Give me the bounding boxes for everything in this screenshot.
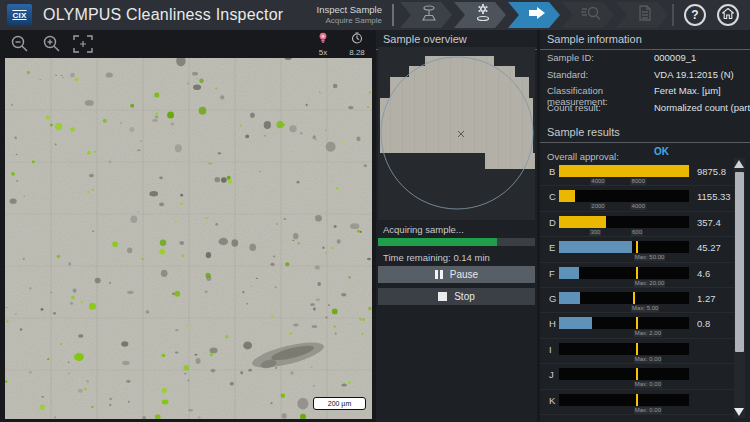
step-acquire-sample-active[interactable] <box>508 2 560 28</box>
limit-marker-label: Max: 0.00 <box>634 381 662 388</box>
workflow-caption: Inspect Sample Acquire Sample <box>317 5 382 25</box>
class-label: D <box>549 217 556 228</box>
home-icon <box>722 8 734 22</box>
exposure-clock-icon <box>351 30 363 47</box>
info-value: VDA 19.1:2015 (N) <box>654 69 734 80</box>
search-icon <box>580 4 602 26</box>
report-icon <box>637 4 653 26</box>
zoom-out-button[interactable] <box>6 32 32 56</box>
workflow-substep-name: Acquire Sample <box>317 16 382 25</box>
scrollbar-thumb[interactable] <box>735 172 744 352</box>
class-label: J <box>549 369 554 380</box>
information-row: Standard: VDA 19.1:2015 (N) <box>547 69 743 80</box>
class-bar-fill <box>559 190 575 202</box>
stop-button[interactable]: Stop <box>378 288 535 305</box>
class-bar-fill <box>559 317 592 329</box>
result-class-row: E 45.27 Max: 50.00 <box>540 237 736 262</box>
class-bar <box>559 241 689 253</box>
limit-marker <box>636 394 638 406</box>
gear-icon <box>473 3 493 27</box>
time-remaining: Time remaining: 0.14 min <box>383 252 490 263</box>
result-class-row: G 1.27 Max: 5.00 <box>540 288 736 313</box>
app-title: OLYMPUS Cleanliness Inspector <box>43 6 283 24</box>
limit-marker-label: Max: 5.00 <box>631 305 659 312</box>
class-value: 1155.33 <box>697 191 731 202</box>
step-acquisition-settings[interactable] <box>454 2 506 28</box>
info-label: Count result: <box>547 102 647 113</box>
limit-marker-label: Max: 20.00 <box>634 280 666 287</box>
workflow-step-name: Inspect Sample <box>317 5 382 16</box>
class-label: G <box>549 293 556 304</box>
info-value: 000009_1 <box>654 52 696 63</box>
axis-tick-label: 300 <box>589 229 601 236</box>
sample-overview-map[interactable] <box>378 47 535 220</box>
approval-status-badge: OK <box>654 146 669 157</box>
axis-tick-label: 2000 <box>590 203 605 210</box>
fit-to-screen-button[interactable] <box>70 32 96 56</box>
class-results-list: B 9875.8 40008000 C 1155.33 20004000 D 3… <box>540 161 736 422</box>
stop-icon <box>438 292 447 301</box>
live-image-viewer[interactable]: 200 µm <box>5 58 372 419</box>
limit-marker-label: Max: 2.00 <box>634 330 662 337</box>
info-label: Sample ID: <box>547 52 647 63</box>
class-label: E <box>549 242 555 253</box>
acquisition-status: Acquiring sample... <box>383 224 464 235</box>
home-button[interactable] <box>717 4 739 26</box>
class-bar-fill <box>559 267 579 279</box>
class-bar <box>559 267 689 279</box>
result-class-row: H 0.8 Max: 2.00 <box>540 313 736 338</box>
results-title: Sample results <box>540 123 750 143</box>
result-class-row: D 357.4 300600 <box>540 212 736 237</box>
magnification-value: 5x <box>309 48 337 57</box>
sample-overview-panel: Sample overview Acquiring sample... Time… <box>376 30 537 422</box>
result-class-row: J Max: 0.00 <box>540 364 736 389</box>
pause-icon <box>435 270 443 279</box>
zoom-in-button[interactable] <box>38 32 64 56</box>
result-class-row: F 4.6 Max: 20.00 <box>540 263 736 288</box>
title-bar: CIX OLYMPUS Cleanliness Inspector Inspec… <box>0 0 750 30</box>
axis-tick-label: 4000 <box>590 178 605 185</box>
class-value: 9875.8 <box>697 166 726 177</box>
sample-information-panel: Sample information Sample ID: 000009_1 S… <box>540 30 750 422</box>
pause-button[interactable]: Pause <box>378 266 535 283</box>
info-value: Feret Max. [µm] <box>654 85 721 96</box>
viewer-toolbar: 5x 8.28 ms <box>0 30 375 57</box>
limit-marker <box>636 267 638 279</box>
limit-marker-label: Max: 0.00 <box>634 407 662 414</box>
divider <box>392 4 394 26</box>
class-label: I <box>549 344 552 355</box>
results-scrollbar <box>734 158 745 418</box>
specimen-image <box>5 58 372 419</box>
limit-marker <box>636 317 638 329</box>
scroll-down-arrow-icon[interactable] <box>734 408 744 416</box>
class-bar <box>559 165 689 177</box>
information-row: Sample ID: 000009_1 <box>547 52 743 63</box>
stage-icon <box>419 4 439 26</box>
scanned-area <box>380 56 535 169</box>
lamp-icon <box>318 30 328 47</box>
information-row: Count result: Normalized count (part) <box>547 102 743 113</box>
class-label: B <box>549 166 555 177</box>
axis-tick-label: 600 <box>631 229 643 236</box>
limit-marker <box>636 343 638 355</box>
divider <box>672 4 674 26</box>
class-bar <box>559 292 689 304</box>
step-report[interactable] <box>616 2 668 28</box>
limit-marker <box>636 241 638 253</box>
scroll-up-arrow-icon[interactable] <box>734 160 744 168</box>
app-window: CIX OLYMPUS Cleanliness Inspector Inspec… <box>0 0 750 422</box>
scale-bar: 200 µm <box>313 397 366 410</box>
step-inspect-results[interactable] <box>562 2 614 28</box>
axis-tick-label: 4000 <box>631 203 646 210</box>
class-bar-fill <box>559 165 689 177</box>
help-icon: ? <box>691 8 698 22</box>
progress-fill <box>378 238 497 246</box>
class-bar <box>559 190 689 202</box>
class-label: K <box>549 395 555 406</box>
help-button[interactable]: ? <box>684 4 706 26</box>
class-bar <box>559 368 689 380</box>
class-value: 4.6 <box>697 268 710 279</box>
class-label: H <box>549 318 556 329</box>
step-prepare-sample[interactable] <box>400 2 452 28</box>
cix-logo: CIX <box>7 4 32 26</box>
